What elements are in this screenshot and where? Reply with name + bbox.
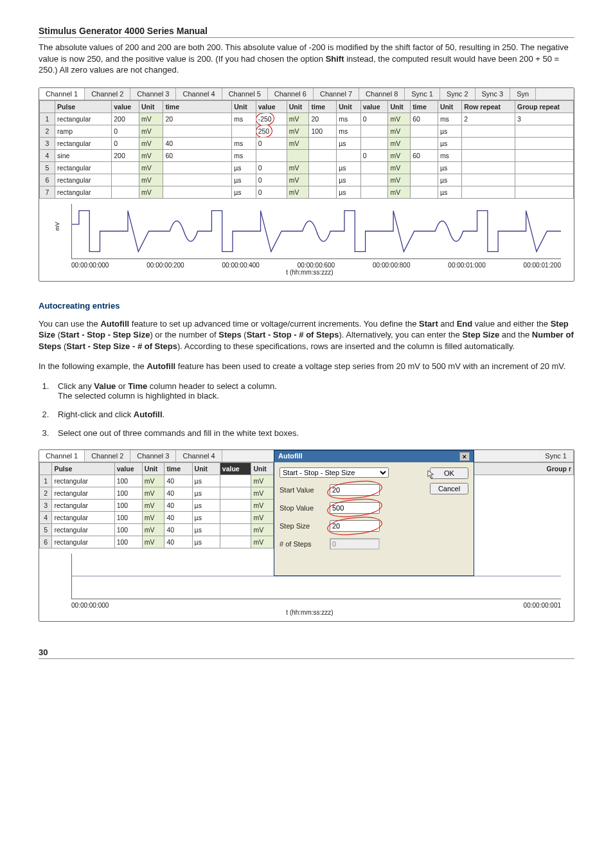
cell[interactable] — [360, 161, 388, 174]
cell[interactable]: µs — [192, 523, 220, 536]
cell[interactable]: mV — [287, 113, 309, 125]
cell[interactable]: µs — [232, 186, 256, 198]
cell[interactable] — [411, 174, 438, 186]
cell[interactable]: mV — [251, 511, 274, 523]
cell[interactable]: mV — [388, 137, 411, 149]
cell[interactable]: µs — [192, 511, 220, 523]
tab-channel-8[interactable]: Channel 8 — [359, 88, 405, 100]
cell[interactable]: µs — [438, 125, 461, 137]
cell[interactable]: 5 — [40, 523, 52, 536]
cell[interactable]: 40 — [163, 137, 232, 149]
cell[interactable]: 40 — [164, 475, 192, 487]
cell[interactable]: 0 — [256, 137, 287, 149]
cell[interactable]: 20 — [309, 113, 337, 125]
cell[interactable]: ms — [232, 137, 256, 149]
cell[interactable]: 6 — [40, 174, 55, 186]
cell[interactable]: mV — [139, 125, 163, 137]
cell[interactable] — [411, 161, 438, 174]
cell[interactable] — [309, 137, 337, 149]
tab-sync-1[interactable]: Sync 1 — [538, 450, 574, 462]
cell[interactable] — [411, 125, 438, 137]
cell[interactable]: mV — [139, 186, 163, 198]
cell[interactable]: mV — [142, 511, 164, 523]
cell[interactable]: 40 — [164, 536, 192, 548]
col-num[interactable] — [40, 100, 55, 113]
col-unit[interactable]: Unit — [287, 100, 309, 113]
cell[interactable]: rectangular — [55, 161, 112, 174]
cell[interactable] — [515, 174, 574, 186]
cell[interactable]: µs — [192, 536, 220, 548]
cell[interactable]: 40 — [164, 487, 192, 499]
autofill-titlebar[interactable]: Autofill × — [274, 451, 474, 462]
cell[interactable]: 60 — [411, 149, 438, 161]
tab-channel-1[interactable]: Channel 1 — [39, 88, 85, 100]
cell[interactable]: mV — [388, 174, 411, 186]
cell[interactable]: 100 — [309, 125, 337, 137]
cell[interactable]: 40 — [164, 511, 192, 523]
cell[interactable] — [163, 161, 232, 174]
cell[interactable]: mV — [251, 487, 274, 499]
cell[interactable]: ms — [438, 113, 461, 125]
tab-channel-6[interactable]: Channel 6 — [268, 88, 314, 100]
tab-sync-1[interactable]: Sync 1 — [405, 88, 440, 100]
cell[interactable] — [462, 137, 515, 149]
col-unit[interactable]: Unit — [388, 100, 411, 113]
cell[interactable]: ms — [337, 113, 360, 125]
col-unit[interactable]: Unit — [251, 462, 274, 475]
cell[interactable]: µs — [337, 137, 360, 149]
cell[interactable] — [163, 186, 232, 198]
cell[interactable]: mV — [388, 149, 411, 161]
cell[interactable]: µs — [232, 174, 256, 186]
cell[interactable]: 1 — [40, 113, 55, 125]
col-time[interactable]: time — [163, 100, 232, 113]
col-num[interactable] — [40, 462, 52, 475]
cell[interactable]: 100 — [114, 499, 142, 511]
cell[interactable]: 2 — [462, 113, 515, 125]
cell[interactable]: µs — [192, 499, 220, 511]
mode-select[interactable]: Start - Stop - Step Size — [280, 467, 389, 478]
tab-channel-4[interactable]: Channel 4 — [176, 450, 222, 462]
cell[interactable]: 100 — [114, 511, 142, 523]
tab-channel-2[interactable]: Channel 2 — [85, 450, 130, 462]
cell[interactable] — [337, 149, 360, 161]
cell[interactable]: 3 — [40, 499, 52, 511]
cell[interactable]: rectangular — [52, 475, 114, 487]
col-rowrepeat[interactable]: Row repeat — [462, 100, 515, 113]
cell[interactable] — [360, 125, 388, 137]
cell[interactable]: 4 — [40, 149, 55, 161]
cell[interactable]: mV — [287, 161, 309, 174]
cell[interactable]: mV — [287, 137, 309, 149]
cell[interactable]: -250 — [256, 113, 287, 125]
cell[interactable] — [163, 174, 232, 186]
cell[interactable] — [220, 475, 251, 487]
cell[interactable] — [163, 125, 232, 137]
cell[interactable] — [462, 186, 515, 198]
cell[interactable]: mV — [251, 499, 274, 511]
cell[interactable]: mV — [139, 137, 163, 149]
cell[interactable]: mV — [251, 536, 274, 548]
cell[interactable] — [360, 174, 388, 186]
cell[interactable]: 100 — [114, 487, 142, 499]
col-unit[interactable]: Unit — [438, 100, 461, 113]
cell[interactable]: 1 — [40, 475, 52, 487]
cell[interactable]: 3 — [40, 137, 55, 149]
cell[interactable] — [220, 499, 251, 511]
cell[interactable]: 250 — [256, 125, 287, 137]
cell[interactable]: 2 — [40, 487, 52, 499]
cell[interactable] — [515, 149, 574, 161]
cell[interactable] — [411, 137, 438, 149]
cancel-button[interactable]: Cancel — [430, 483, 468, 494]
tab-channel-3[interactable]: Channel 3 — [130, 450, 176, 462]
cell[interactable]: mV — [388, 161, 411, 174]
start-value-input[interactable] — [330, 484, 380, 496]
cell[interactable]: 100 — [114, 475, 142, 487]
cell[interactable]: rectangular — [52, 523, 114, 536]
cell[interactable]: mV — [251, 475, 274, 487]
tab-channel-1[interactable]: Channel 1 — [39, 450, 85, 462]
cell[interactable]: 200 — [112, 113, 139, 125]
cell[interactable] — [309, 186, 337, 198]
cell[interactable] — [515, 161, 574, 174]
cell[interactable]: 4 — [40, 511, 52, 523]
tab-channel-7[interactable]: Channel 7 — [314, 88, 359, 100]
cell[interactable]: 7 — [40, 186, 55, 198]
